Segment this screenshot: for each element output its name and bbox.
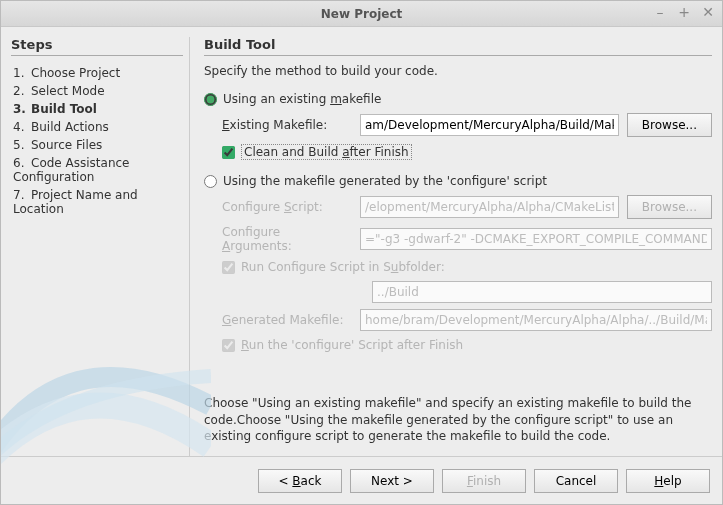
back-button[interactable]: < Back [258,469,342,493]
help-text: Choose "Using an existing makefile" and … [204,389,712,456]
minimize-icon[interactable]: – [652,5,668,21]
page-title: Build Tool [204,37,712,56]
generated-makefile-label: Generated Makefile: [222,313,352,327]
decorative-swoosh [1,286,211,466]
steps-heading: Steps [11,37,183,56]
configure-args-input [360,228,712,250]
run-after-label: Run the 'configure' Script after Finish [241,338,463,352]
step-1: 1.Choose Project [13,64,183,82]
generated-makefile-input [360,309,712,331]
browse-script-button: Browse... [627,195,712,219]
next-button[interactable]: Next > [350,469,434,493]
run-after-checkbox [222,339,235,352]
radio-existing-makefile-input[interactable] [204,93,217,106]
subfolder-checkbox-row: Run Configure Script in Subfolder: [222,260,712,274]
radio-existing-makefile-label: Using an existing makefile [223,92,381,106]
existing-makefile-row: Existing Makefile: Browse... [222,113,712,137]
content-panel: Build Tool Specify the method to build y… [189,37,712,456]
steps-list: 1.Choose Project 2.Select Mode 3.Build T… [11,64,183,218]
configure-args-label: Configure Arguments: [222,225,352,253]
clean-build-checkbox[interactable] [222,146,235,159]
wizard-window: New Project – + ✕ Steps 1.Choose Project… [0,0,723,505]
clean-build-label: Clean and Build after Finish [241,144,412,160]
step-3: 3.Build Tool [13,100,183,118]
page-subtitle: Specify the method to build your code. [204,64,712,78]
window-controls: – + ✕ [652,5,716,21]
button-bar: < Back Next > Finish Cancel Help [1,456,722,504]
step-2: 2.Select Mode [13,82,183,100]
maximize-icon[interactable]: + [676,5,692,21]
close-icon[interactable]: ✕ [700,5,716,21]
subfolder-input [372,281,712,303]
browse-makefile-button[interactable]: Browse... [627,113,712,137]
configure-script-row: Configure Script: Browse... [222,195,712,219]
radio-configure-script-label: Using the makefile generated by the 'con… [223,174,547,188]
step-5: 5.Source Files [13,136,183,154]
titlebar: New Project – + ✕ [1,1,722,27]
steps-panel: Steps 1.Choose Project 2.Select Mode 3.B… [11,37,189,456]
step-4: 4.Build Actions [13,118,183,136]
step-7: 7.Project Name and Location [13,186,183,218]
existing-makefile-label: Existing Makefile: [222,118,352,132]
cancel-button[interactable]: Cancel [534,469,618,493]
subfolder-checkbox [222,261,235,274]
subfolder-label: Run Configure Script in Subfolder: [241,260,445,274]
generated-makefile-row: Generated Makefile: [222,309,712,331]
radio-existing-makefile[interactable]: Using an existing makefile [204,92,712,106]
body: Steps 1.Choose Project 2.Select Mode 3.B… [1,27,722,456]
clean-build-checkbox-row: Clean and Build after Finish [222,144,712,160]
finish-button: Finish [442,469,526,493]
configure-args-row: Configure Arguments: [222,225,712,253]
step-6: 6.Code Assistance Configuration [13,154,183,186]
radio-configure-script-input[interactable] [204,175,217,188]
help-button[interactable]: Help [626,469,710,493]
run-after-checkbox-row: Run the 'configure' Script after Finish [222,338,712,352]
configure-script-label: Configure Script: [222,200,352,214]
subfolder-input-row [372,281,712,303]
window-title: New Project [321,7,403,21]
radio-configure-script[interactable]: Using the makefile generated by the 'con… [204,174,712,188]
existing-makefile-input[interactable] [360,114,619,136]
configure-script-input [360,196,619,218]
